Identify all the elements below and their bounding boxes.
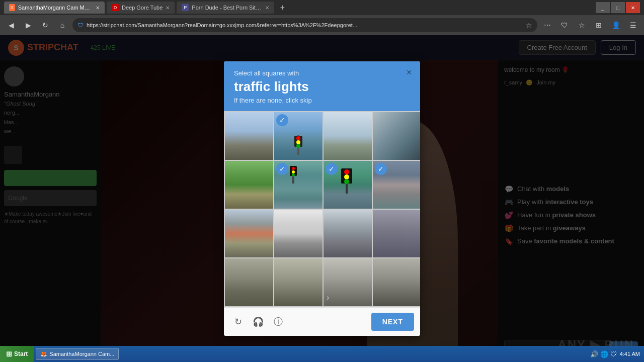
firefox-shield-icon[interactable]: 🛡 (557, 18, 572, 32)
taskbar-right: 🔊 🌐 🛡 4:41 AM (586, 350, 644, 358)
nav-bar: ◀ ▶ ↻ ⌂ 🛡 https://stripchat.com/Samantha… (0, 15, 644, 35)
captcha-footer: ↻ 🎧 ⓘ NEXT (224, 307, 420, 336)
taskbar-item-browser[interactable]: 🦊 SamanthaMorgann Cam... (36, 348, 119, 360)
svg-point-13 (344, 174, 349, 179)
svg-point-14 (344, 179, 349, 184)
captcha-cell-2-0[interactable] (225, 210, 273, 257)
svg-point-8 (292, 170, 295, 173)
cell-1-3-checkmark: ✓ (375, 163, 387, 175)
url-text: https://stripchat.com/SamanthaMorgann?re… (87, 22, 523, 28)
captcha-cell-3-2[interactable]: › (324, 258, 372, 306)
account-icon[interactable]: 👤 (609, 18, 623, 32)
close-button[interactable]: ✕ (626, 2, 640, 13)
captcha-cell-3-3[interactable] (373, 258, 420, 306)
captcha-cell-1-3[interactable]: ✓ (373, 161, 420, 209)
captcha-cell-2-2[interactable] (324, 210, 372, 257)
cell-1-1-checkmark: ✓ (276, 163, 288, 175)
clock-display: 4:41 AM (620, 351, 640, 357)
tab-3-close[interactable]: ✕ (265, 5, 269, 11)
taskbar-item-label: SamanthaMorgann Cam... (49, 351, 114, 357)
tab-3-label: Porn Dude - Best Porn Sites & Fre... (192, 5, 262, 11)
captcha-main-text: traffic lights (234, 79, 410, 95)
svg-point-4 (296, 144, 300, 148)
tab-1[interactable]: S SamanthaMorgann Cam Model: Fr... ✕ (4, 2, 105, 14)
tab-2-close[interactable]: ✕ (166, 5, 170, 11)
svg-point-9 (292, 173, 295, 176)
captcha-next-button[interactable]: NEXT (371, 313, 414, 331)
start-button[interactable]: ⊞ Start (0, 346, 34, 362)
network-icon[interactable]: 🌐 (600, 350, 608, 358)
bookmark-icon[interactable]: ☆ (526, 21, 532, 29)
captcha-info-button[interactable]: ⓘ (270, 314, 286, 330)
back-button[interactable]: ◀ (4, 18, 18, 32)
menu-icon[interactable]: ☰ (626, 18, 640, 32)
refresh-button[interactable]: ↻ (38, 18, 52, 32)
maximize-button[interactable]: □ (611, 2, 625, 13)
captcha-cell-0-3[interactable] (373, 112, 420, 160)
extensions-button[interactable]: ⋯ (540, 18, 554, 32)
svg-point-7 (292, 167, 295, 170)
tab-1-favicon: S (9, 4, 15, 11)
window-controls: _ □ ✕ (596, 2, 640, 13)
captcha-sub-text: If there are none, click skip (234, 97, 410, 104)
captcha-cell-1-0[interactable] (225, 161, 273, 209)
tab-3-favicon: P (182, 4, 189, 11)
shield-tray-icon[interactable]: 🛡 (610, 350, 617, 358)
captcha-close-button[interactable]: × (403, 66, 415, 78)
taskbar: ⊞ Start 🦊 SamanthaMorgann Cam... 🔊 🌐 🛡 4… (0, 346, 644, 362)
captcha-refresh-button[interactable]: ↻ (230, 314, 246, 330)
captcha-grid: ✓ ✓ (224, 111, 420, 307)
captcha-cell-0-2[interactable] (324, 112, 372, 160)
tabs-icon[interactable]: ⊞ (592, 18, 606, 32)
svg-point-12 (344, 169, 349, 174)
tab-2[interactable]: D Deep Gore Tube ✕ (107, 2, 175, 14)
title-bar: S SamanthaMorgann Cam Model: Fr... ✕ D D… (0, 0, 644, 15)
start-label: Start (14, 350, 28, 357)
tab-2-label: Deep Gore Tube (122, 5, 163, 11)
traffic-light-svg-3 (341, 168, 352, 194)
traffic-light-svg-2 (289, 166, 297, 184)
forward-button[interactable]: ▶ (21, 18, 35, 32)
volume-icon[interactable]: 🔊 (590, 350, 598, 358)
cell-1-2-checkmark: ✓ (326, 163, 338, 175)
svg-point-3 (296, 140, 300, 144)
browser-chrome: S SamanthaMorgann Cam Model: Fr... ✕ D D… (0, 0, 644, 35)
traffic-light-svg-1 (293, 135, 303, 155)
tab-2-favicon: D (112, 4, 119, 11)
taskbar-item-icon: 🦊 (40, 351, 47, 357)
system-tray: 🔊 🌐 🛡 (590, 350, 617, 358)
captcha-cell-2-1[interactable] (274, 210, 323, 257)
security-shield-icon: 🛡 (77, 22, 84, 29)
captcha-header: Select all squares with traffic lights I… (224, 61, 420, 111)
captcha-cell-3-0[interactable] (225, 258, 273, 306)
captcha-audio-button[interactable]: 🎧 (250, 314, 266, 330)
cell-0-1-checkmark: ✓ (276, 114, 288, 126)
captcha-cell-3-1[interactable] (274, 258, 323, 306)
new-tab-button[interactable]: + (276, 2, 288, 14)
captcha-modal: × Select all squares with traffic lights… (224, 61, 420, 336)
address-bar[interactable]: 🛡 https://stripchat.com/SamanthaMorgann?… (72, 18, 537, 32)
captcha-cell-2-3[interactable] (373, 210, 420, 257)
star-icon[interactable]: ☆ (575, 18, 589, 32)
modal-overlay: × Select all squares with traffic lights… (0, 35, 644, 362)
captcha-cell-1-2[interactable]: ✓ (324, 161, 372, 209)
start-icon: ⊞ (6, 350, 12, 358)
svg-point-2 (296, 136, 300, 140)
taskbar-items: 🦊 SamanthaMorgann Cam... (34, 348, 586, 360)
captcha-cell-0-1[interactable]: ✓ (274, 112, 323, 160)
tab-1-label: SamanthaMorgann Cam Model: Fr... (18, 5, 93, 11)
captcha-cell-1-1[interactable]: ✓ (274, 161, 323, 209)
minimize-button[interactable]: _ (596, 2, 610, 13)
cell-3-2-arrow: › (327, 293, 329, 302)
captcha-cell-0-0[interactable] (225, 112, 273, 160)
tab-3[interactable]: P Porn Dude - Best Porn Sites & Fre... ✕ (177, 2, 274, 14)
tab-1-close[interactable]: ✕ (96, 5, 100, 11)
home-button[interactable]: ⌂ (55, 18, 69, 32)
captcha-select-text: Select all squares with (234, 69, 410, 77)
